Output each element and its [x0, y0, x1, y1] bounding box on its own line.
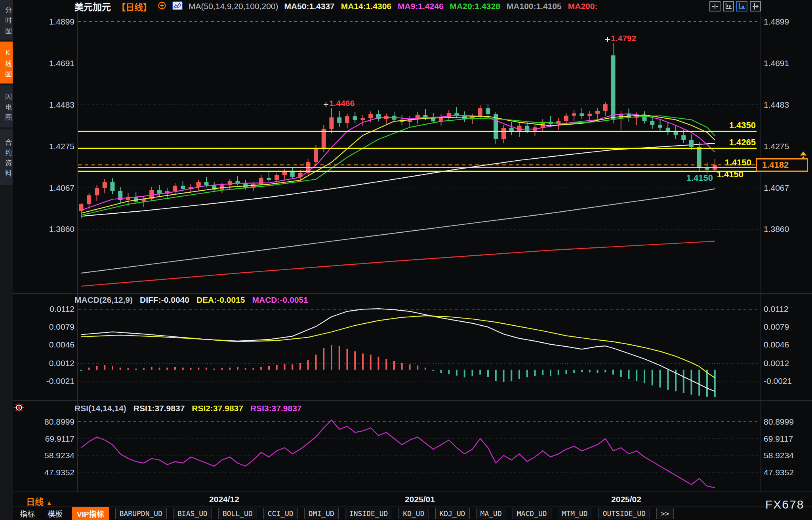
macd-axis-label-left: 0.0012	[49, 359, 74, 368]
scale-axis-icon[interactable]	[723, 1, 734, 11]
candle-body	[556, 121, 560, 124]
sidebar-item-4[interactable]: 合约资料	[0, 129, 13, 185]
crosshair-move-icon[interactable]	[709, 1, 721, 11]
price-axis-label-right: 1.3860	[764, 224, 789, 233]
period-selector[interactable]: 日线 ▲	[26, 495, 52, 507]
candle-body	[486, 108, 490, 114]
candle-body	[157, 190, 162, 194]
price-axis-label-left: 1.4275	[49, 142, 74, 151]
candle-body	[525, 126, 529, 131]
tab-indicator[interactable]: BOLL_UD	[218, 508, 257, 519]
current-price-box: 1.4182	[756, 158, 808, 172]
price-axis-label-left: 1.4899	[49, 17, 74, 26]
price-axis-label-left: 1.4691	[49, 59, 74, 68]
candle-body	[353, 116, 357, 120]
tabs-more-button[interactable]: >>	[656, 508, 674, 519]
macd-axis-label-right: 0.0079	[764, 322, 789, 331]
rsi-header: RSI(14,14,14)RSI1:37.9837RSI2:37.9837RSI…	[74, 404, 302, 413]
rsi-header-segment: RSI(14,14,14)	[74, 404, 126, 413]
tab-indicator[interactable]: DMI_UD	[304, 508, 339, 519]
tab-indicator[interactable]: OUTSIDE_UD	[599, 508, 650, 519]
sidebar-item-2[interactable]: K线图	[0, 42, 13, 84]
candle-body	[603, 104, 608, 111]
live-record-icon[interactable]	[13, 402, 25, 415]
macd-axis-label-left: 0.0046	[49, 340, 74, 349]
symbol-title: 美元加元	[74, 0, 111, 13]
sidebar-item-1[interactable]: 分时图	[0, 0, 13, 40]
chart-canvas[interactable]: 1.48991.48991.46911.46911.44831.44831.42…	[0, 0, 812, 520]
level-label: 1.4150	[717, 169, 743, 179]
date-label: 2025/02	[611, 495, 641, 504]
date-label: 2025/01	[405, 495, 435, 504]
level-label: 1.4150	[725, 158, 751, 167]
macd-axis-label-right: 0.0012	[764, 359, 789, 368]
candle-body	[181, 186, 185, 189]
sidebar: 分时图K线图闪电图合约资料	[0, 0, 13, 520]
candle-body	[267, 178, 271, 180]
tab-indicator[interactable]: BIAS_UD	[173, 508, 212, 519]
indicator-tabbar: 指标模板VIP指标BARUPDN_UDBIAS_UDBOLL_UDCCI_UDD…	[17, 508, 674, 519]
period-tag[interactable]: 【日线】	[117, 0, 152, 13]
ma200-line	[81, 241, 715, 287]
candle-body	[87, 195, 91, 204]
rsi-header-segment: RSI3:37.9837	[250, 404, 302, 413]
ma-value: MA14:1.4306	[341, 2, 391, 11]
candle-body	[274, 175, 279, 180]
rsi-axis-label-right: 58.9234	[764, 451, 794, 460]
candle-body	[196, 182, 201, 187]
rsi-axis-label-left: 58.9234	[44, 451, 74, 460]
shift-axis-icon[interactable]	[750, 1, 761, 11]
ma9-line	[81, 114, 715, 210]
macd-axis-label-right: 0.0112	[764, 304, 789, 313]
price-axis-label-right: 1.4483	[764, 100, 789, 109]
ma-value: MA50:1.4337	[284, 2, 335, 11]
candle-body	[111, 182, 115, 191]
candle-body	[345, 116, 349, 123]
candle-body	[368, 114, 373, 118]
candle-body	[650, 121, 654, 125]
candle-body	[478, 108, 482, 116]
tab-vip-indicators[interactable]: VIP指标	[72, 507, 109, 520]
candle-body	[361, 118, 365, 120]
level-label: 1.4350	[729, 120, 756, 130]
tab-indicator[interactable]: INSIDE_UD	[345, 508, 393, 519]
green-level-label: 1.4150	[686, 173, 713, 183]
diff-line	[81, 309, 715, 391]
rsi-line	[81, 420, 715, 488]
tab-indicator[interactable]: KDJ_UD	[435, 508, 470, 519]
tab[interactable]: 模板	[44, 507, 66, 520]
candle-body	[501, 128, 506, 139]
pointer-axis-icon[interactable]	[736, 1, 747, 11]
rsi-axis-label-left: 69.9117	[45, 434, 74, 443]
candle-body	[580, 113, 584, 116]
sidebar-item-3[interactable]: 闪电图	[0, 85, 13, 127]
candle-body	[611, 55, 616, 119]
price-axis-label-right: 1.4899	[764, 17, 789, 26]
macd-axis-label-left: -0.0021	[46, 376, 74, 385]
tab-indicator[interactable]: MTM_UD	[558, 508, 592, 519]
ma14-line	[81, 115, 715, 213]
ma-value: MA20:1.4328	[450, 2, 500, 11]
circle-plus-icon[interactable]	[158, 1, 166, 11]
price-annotation: 1.4466	[329, 99, 355, 108]
candle-body	[282, 172, 287, 175]
candle-body	[314, 148, 318, 162]
tab-indicator[interactable]: CCI_UD	[263, 508, 298, 519]
rsi-axis-label-right: 47.9352	[764, 468, 794, 477]
candle-body	[330, 117, 334, 129]
candle-body	[95, 188, 99, 195]
tab[interactable]: 指标	[17, 507, 38, 520]
candle-body	[681, 135, 686, 140]
macd-axis-label-left: 0.0079	[49, 322, 74, 331]
rsi-axis-label-right: 80.8999	[764, 417, 794, 426]
macd-header-segment: MACD:-0.0051	[252, 295, 308, 305]
tab-indicator[interactable]: MACD_UD	[513, 508, 551, 519]
ma-values: MA50:1.4337MA14:1.4306MA9:1.4246MA20:1.4…	[284, 2, 598, 11]
tab-indicator[interactable]: BARUPDN_UD	[115, 508, 167, 519]
tab-indicator[interactable]: KD_UD	[398, 508, 429, 519]
tab-indicator[interactable]: MA_UD	[476, 508, 506, 519]
price-axis-label-right: 1.4067	[764, 183, 789, 192]
macd-header: MACD(26,12,9)DIFF:-0.0040DEA:-0.0015MACD…	[74, 295, 308, 305]
price-axis-label-right: 1.4275	[764, 142, 789, 151]
mini-line-chart-icon[interactable]	[172, 1, 183, 12]
